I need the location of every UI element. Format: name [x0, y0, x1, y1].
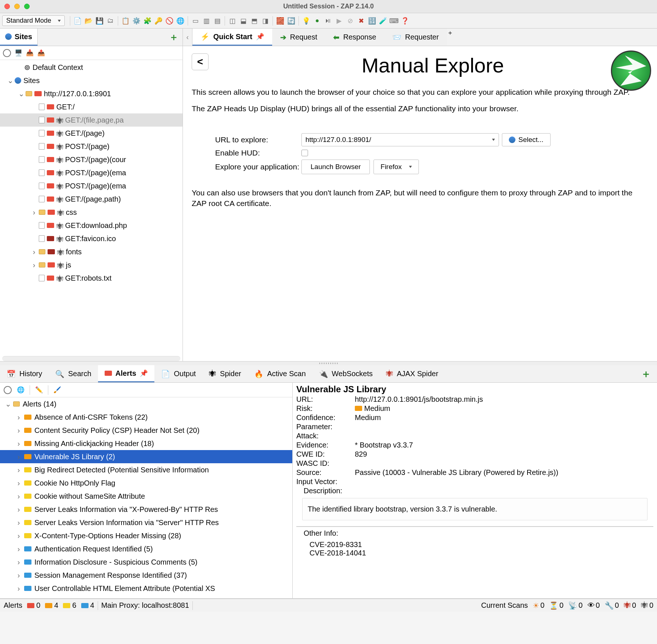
- target-icon[interactable]: [4, 386, 12, 394]
- alert-tree-item[interactable]: › X-Content-Type-Options Header Missing …: [0, 529, 292, 542]
- site-tree-item[interactable]: 🕷 GET:download.php: [0, 219, 183, 232]
- addon-icon[interactable]: 🧩: [142, 16, 153, 26]
- key-icon[interactable]: 🔑: [153, 16, 164, 26]
- nav-prev-icon[interactable]: ‹: [183, 29, 192, 46]
- tab-sites[interactable]: Sites: [0, 29, 38, 46]
- alert-tree-item[interactable]: › Vulnerable JS Library (2): [0, 450, 292, 463]
- add-workspace-tab-button[interactable]: ＋: [447, 29, 453, 46]
- twisty-icon[interactable]: ›: [16, 479, 21, 487]
- new-session-icon[interactable]: 📄: [72, 16, 83, 26]
- alert-tree-item[interactable]: › Information Disclosure - Suspicious Co…: [0, 555, 292, 569]
- mode-select[interactable]: Standard Mode: [2, 15, 65, 26]
- tab-history[interactable]: 📅History: [0, 365, 49, 382]
- site-tree-item[interactable]: › 🕷 fonts: [0, 245, 183, 258]
- layout-split-icon[interactable]: ▥: [201, 16, 211, 26]
- site-tree-item[interactable]: GET:/: [0, 100, 183, 113]
- alert-tree-item[interactable]: › Absence of Anti-CSRF Tokens (22): [0, 411, 292, 424]
- encode-icon[interactable]: 🔢: [367, 16, 377, 26]
- new-context-icon[interactable]: 🖥️: [15, 49, 22, 57]
- site-tree-item[interactable]: 🕷 GET:robots.txt: [0, 272, 183, 285]
- twisty-icon[interactable]: ›: [31, 248, 37, 256]
- twisty-icon[interactable]: ›: [16, 413, 21, 422]
- twisty-icon[interactable]: ›: [16, 453, 21, 461]
- twisty-icon[interactable]: ›: [16, 439, 21, 448]
- light-bulb-icon[interactable]: 💡: [301, 16, 311, 26]
- site-tree-item[interactable]: 🕷 GET:/(page): [0, 127, 183, 140]
- default-context-label[interactable]: Default Context: [33, 63, 83, 72]
- save-session-icon[interactable]: 💾: [94, 16, 105, 26]
- horizontal-scrollbar[interactable]: [2, 356, 180, 361]
- back-button[interactable]: <: [192, 53, 209, 70]
- alert-tree-item[interactable]: › Cookie without SameSite Attribute: [0, 490, 292, 503]
- expand-full-icon[interactable]: ⬒: [249, 16, 259, 26]
- twisty-icon[interactable]: ›: [16, 466, 21, 474]
- site-tree-item[interactable]: › 🕷 css: [0, 206, 183, 219]
- record-icon[interactable]: ●: [312, 16, 322, 26]
- layout-full-icon[interactable]: ▭: [190, 16, 200, 26]
- twisty-icon[interactable]: ›: [16, 426, 21, 435]
- expand-sites-icon[interactable]: ◫: [227, 16, 237, 26]
- site-tree-item[interactable]: 🕷 POST:/(page): [0, 140, 183, 153]
- tab-alerts[interactable]: Alerts📌: [98, 365, 155, 382]
- tab-output[interactable]: 📄Output: [154, 365, 202, 382]
- url-input[interactable]: http://127.0.0.1:8901/: [301, 133, 499, 146]
- manage-addons-icon[interactable]: 🧱: [275, 16, 285, 26]
- tab-request[interactable]: ➔ Request: [272, 29, 326, 46]
- alert-tree-item[interactable]: › User Controllable HTML Element Attribu…: [0, 582, 292, 595]
- browser-icon[interactable]: 🌐: [175, 16, 185, 26]
- target-icon[interactable]: [3, 49, 11, 57]
- twisty-icon[interactable]: ›: [16, 545, 21, 553]
- tab-spider[interactable]: 🕷Spider: [202, 365, 248, 382]
- alert-tree-item[interactable]: › Server Leaks Version Information via "…: [0, 516, 292, 529]
- sites-tree[interactable]: ⊚ Default Context ⌄ Sites ⌄ http://127.0…: [0, 60, 183, 356]
- horizontal-splitter[interactable]: [0, 362, 657, 365]
- pause-break-icon[interactable]: ⏯: [323, 16, 333, 26]
- alert-tree-item[interactable]: › Server Leaks Information via "X-Powere…: [0, 503, 292, 516]
- twisty-icon[interactable]: ›: [16, 505, 21, 514]
- twisty-icon[interactable]: ›: [16, 584, 21, 593]
- twisty-icon[interactable]: ›: [16, 518, 21, 527]
- tab-websockets[interactable]: 🔌WebSockets: [312, 365, 379, 382]
- alert-tree-item[interactable]: › Big Redirect Detected (Potential Sensi…: [0, 463, 292, 476]
- tab-ajax-spider[interactable]: 🕷AJAX Spider: [379, 365, 445, 382]
- enable-hud-checkbox[interactable]: [301, 150, 308, 156]
- alert-tree-item[interactable]: › Missing Anti-clickjacking Header (18): [0, 437, 292, 450]
- twisty-icon[interactable]: ›: [16, 558, 21, 566]
- expand-info-icon[interactable]: ⬓: [238, 16, 248, 26]
- twisty-icon[interactable]: ›: [16, 532, 21, 540]
- site-tree-item[interactable]: 🕷 GET:/(page,path): [0, 192, 183, 206]
- open-session-icon[interactable]: 📂: [83, 16, 94, 26]
- alert-tree-item[interactable]: › Cookie No HttpOnly Flag: [0, 476, 292, 490]
- alerts-tree[interactable]: ⌄ Alerts (14) › Absence of Anti-CSRF Tok…: [0, 397, 292, 598]
- session-properties-icon[interactable]: 📋: [120, 16, 131, 26]
- tab-search[interactable]: 🔍Search: [49, 365, 98, 382]
- help-icon[interactable]: ❓: [400, 16, 410, 26]
- twisty-icon[interactable]: ›: [31, 208, 37, 217]
- pin-icon[interactable]: 📌: [256, 33, 264, 41]
- twisty-icon[interactable]: ⌄: [18, 89, 23, 98]
- pin-icon[interactable]: 📌: [140, 369, 148, 377]
- site-tree-item[interactable]: 🕷 POST:/(page)(ema: [0, 179, 183, 192]
- select-url-button[interactable]: Select...: [502, 133, 551, 146]
- export-context-icon[interactable]: 📤: [37, 49, 45, 57]
- tab-requester[interactable]: 📨 Requester: [384, 29, 447, 46]
- tab-quick-start[interactable]: ⚡ Quick Start 📌: [192, 29, 272, 46]
- layout4-icon[interactable]: ◨: [260, 16, 270, 26]
- site-tree-item[interactable]: › 🕷 js: [0, 258, 183, 272]
- edit-alert-icon[interactable]: ✏️: [35, 386, 43, 394]
- site-tree-item[interactable]: 🕷 GET:/(file,page,pa: [0, 113, 183, 127]
- script-console-icon[interactable]: ⌨: [389, 16, 399, 26]
- browser-select[interactable]: Firefox: [373, 160, 419, 174]
- twisty-icon[interactable]: ›: [16, 492, 21, 501]
- launch-browser-button[interactable]: Launch Browser: [301, 160, 370, 174]
- check-updates-icon[interactable]: 🔄: [286, 16, 296, 26]
- site-tree-item[interactable]: 🕷 POST:/(page)(ema: [0, 166, 183, 179]
- layout-tabbed-icon[interactable]: ▤: [212, 16, 222, 26]
- import-context-icon[interactable]: 📥: [26, 49, 34, 57]
- site-tree-item[interactable]: 🕷 GET:favicon.ico: [0, 232, 183, 245]
- clear-icon[interactable]: 🚫: [164, 16, 174, 26]
- add-tab-button[interactable]: ＋: [165, 29, 183, 46]
- fuzz-icon[interactable]: 🧪: [378, 16, 388, 26]
- link-icon[interactable]: 🌐: [17, 386, 25, 394]
- snapshot-icon[interactable]: 🗂: [105, 16, 116, 26]
